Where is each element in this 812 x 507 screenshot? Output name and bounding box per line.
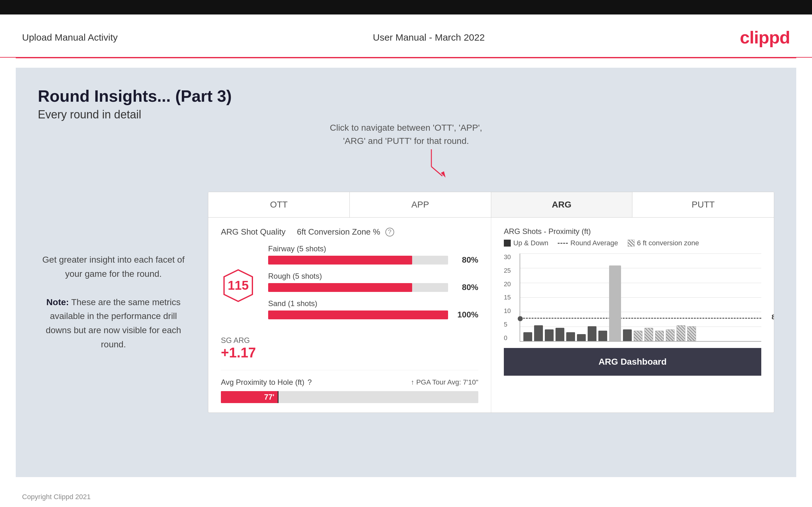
prox-help-icon[interactable]: ? [308, 378, 312, 387]
y-label-30: 30 [504, 253, 511, 261]
main-content: Round Insights... (Part 3) Every round i… [16, 68, 796, 477]
header-divider [16, 58, 796, 58]
pga-avg-label: ↑ PGA Tour Avg: 7'10" [411, 378, 478, 386]
legend-round-avg: Round Average [558, 239, 618, 247]
shot-bar-row-fairway: 80% [268, 255, 478, 265]
navigation-arrow [425, 148, 450, 179]
legend-up-down: Up & Down [504, 239, 548, 247]
navigation-hint-area: Click to navigate between 'OTT', 'APP','… [38, 121, 774, 179]
proximity-section: Avg Proximity to Hole (ft) ? ↑ PGA Tour … [221, 370, 478, 403]
bar-10 [623, 329, 632, 341]
y-label-5: 5 [504, 321, 511, 328]
upload-manual-link[interactable]: Upload Manual Activity [22, 32, 118, 43]
chart-legend: Up & Down Round Average 6 ft conversion … [504, 239, 761, 247]
copyright: Copyright Clippd 2021 [22, 493, 91, 501]
hexagon-badge: 115 [221, 268, 256, 303]
bar-hatch-1 [633, 331, 643, 341]
y-label-10: 10 [504, 307, 511, 315]
manual-title: User Manual - March 2022 [373, 32, 485, 43]
dashed-dot [518, 316, 523, 321]
bar-5 [566, 332, 575, 341]
logo: clippd [740, 27, 790, 48]
hexagon-score-row: 115 Fairway (5 shots) 80% [221, 244, 478, 327]
prox-label: Avg Proximity to Hole (ft) ? [221, 378, 312, 387]
bar-2 [534, 325, 543, 341]
shot-bar-row-sand: 100% [268, 310, 478, 320]
shot-row-rough: Rough (5 shots) 80% [268, 272, 478, 292]
shot-row-fairway: Fairway (5 shots) 80% [268, 244, 478, 265]
tab-arg[interactable]: ARG [491, 192, 633, 217]
sg-value: +1.17 [221, 345, 478, 360]
tab-ott[interactable]: OTT [208, 192, 350, 217]
bar-1 [523, 332, 532, 341]
bar-container-rough [268, 283, 448, 292]
header: Upload Manual Activity User Manual - Mar… [0, 14, 812, 58]
dashboard-card: OTT APP ARG PUTT ARG Shot Quality [208, 192, 774, 413]
y-label-25: 25 [504, 267, 511, 274]
note-label: Note: [46, 297, 69, 307]
top-nav-bar [0, 0, 812, 14]
shot-quality-header: ARG Shot Quality 6ft Conversion Zone % ? [221, 227, 478, 237]
prox-value: 77' [264, 393, 274, 401]
conversion-label: 6ft Conversion Zone % [297, 227, 380, 237]
prox-bar-fill: 77' [221, 391, 277, 403]
dashed-label: 8 [772, 313, 774, 321]
bar-hatch-4 [666, 329, 675, 341]
legend-box-up-down [504, 240, 511, 246]
bar-fill-rough [268, 283, 412, 292]
insight-text: Get greater insight into each facet of y… [38, 253, 189, 352]
hint-box: Click to navigate between 'OTT', 'APP','… [330, 121, 483, 148]
chart-wrapper: 30 25 20 15 10 5 0 [520, 253, 761, 342]
bar-tall [609, 266, 621, 341]
shot-label-sand: Sand (1 shots) [268, 299, 478, 308]
shot-row-sand: Sand (1 shots) 100% [268, 299, 478, 320]
bar-fill-sand [268, 311, 448, 319]
help-icon[interactable]: ? [385, 228, 394, 236]
y-axis-labels: 30 25 20 15 10 5 0 [504, 253, 511, 342]
section-subtitle: Every round in detail [38, 108, 774, 121]
shot-label-fairway: Fairway (5 shots) [268, 244, 478, 253]
arg-chart-section: ARG Shots - Proximity (ft) Up & Down Rou… [491, 218, 774, 412]
tabs-row: OTT APP ARG PUTT [208, 192, 774, 218]
shot-quality-bars: Fairway (5 shots) 80% Rough (5 shots) [268, 244, 478, 327]
bar-fill-fairway [268, 256, 412, 265]
bar-pct-sand: 100% [453, 310, 478, 320]
arg-dashboard-button[interactable]: ARG Dashboard [504, 348, 761, 376]
prox-bar-container: 77' [221, 391, 478, 403]
sg-label: SG ARG [221, 336, 478, 345]
arg-shot-quality-section: ARG Shot Quality 6ft Conversion Zone % ?… [208, 218, 491, 412]
left-panel: Get greater insight into each facet of y… [38, 192, 189, 413]
legend-hatch-6ft [628, 240, 635, 246]
chart-header: ARG Shots - Proximity (ft) [504, 227, 761, 236]
bar-pct-rough: 80% [453, 282, 478, 292]
bar-container-fairway [268, 256, 448, 265]
bar-hatch-5 [676, 325, 685, 341]
bar-6 [577, 334, 586, 341]
hex-score: 115 [228, 278, 249, 292]
shot-label-rough: Rough (5 shots) [268, 272, 478, 281]
bar-pct-fairway: 80% [453, 255, 478, 265]
tab-app[interactable]: APP [350, 192, 491, 217]
legend-6ft-zone: 6 ft conversion zone [628, 239, 699, 247]
section-title: Round Insights... (Part 3) [38, 87, 774, 106]
y-label-15: 15 [504, 294, 511, 301]
hint-text: Click to navigate between 'OTT', 'APP','… [330, 123, 483, 146]
bar-7 [588, 326, 597, 341]
chart-area: 8 [520, 253, 761, 342]
bar-8 [598, 331, 607, 341]
bar-container-sand [268, 311, 448, 319]
bar-3 [545, 329, 554, 341]
footer: Copyright Clippd 2021 [0, 487, 812, 507]
shot-bar-row-rough: 80% [268, 282, 478, 292]
card-body: ARG Shot Quality 6ft Conversion Zone % ?… [208, 218, 774, 412]
content-layout: Get greater insight into each facet of y… [38, 192, 774, 413]
sg-section: SG ARG +1.17 [221, 336, 478, 360]
bar-4 [556, 328, 564, 341]
bar-hatch-2 [644, 328, 653, 341]
bars-container [523, 253, 758, 341]
bar-hatch-6 [687, 326, 696, 341]
prox-header: Avg Proximity to Hole (ft) ? ↑ PGA Tour … [221, 378, 478, 387]
tab-putt[interactable]: PUTT [632, 192, 774, 217]
y-label-0: 0 [504, 334, 511, 342]
svg-line-1 [432, 167, 442, 176]
